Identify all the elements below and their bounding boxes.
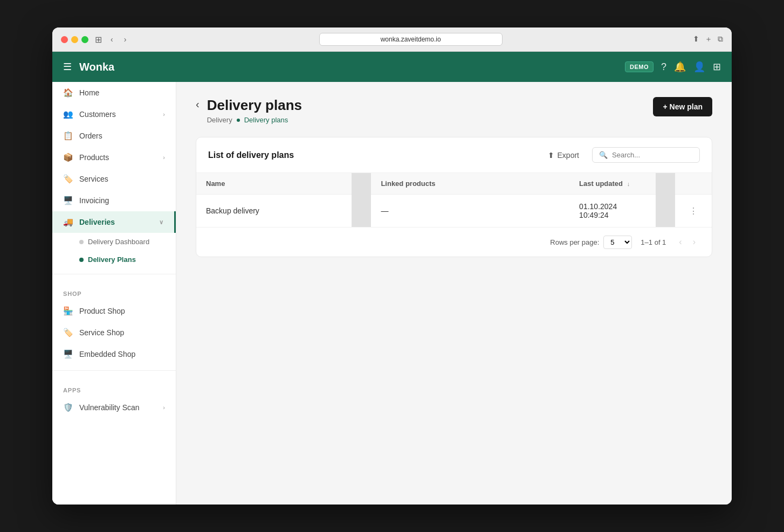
search-box: 🔍 — [592, 147, 700, 163]
sidebar-label-deliveries: Deliveries — [79, 218, 115, 226]
menu-icon[interactable]: ☰ — [63, 61, 72, 73]
cell-separator-1 — [352, 195, 371, 227]
sidebar-sub-label-delivery-dashboard: Delivery Dashboard — [88, 238, 149, 246]
col-header-updated[interactable]: Last updated ↓ — [569, 173, 656, 195]
browser-actions: ⬆ ＋ ⧉ — [693, 34, 723, 44]
cell-separator-2 — [656, 195, 675, 227]
chevron-right-icon: › — [163, 111, 165, 118]
sidebar-item-service-shop[interactable]: 🏷️ Service Shop — [52, 322, 176, 343]
back-browser-button[interactable]: ‹ — [108, 34, 115, 45]
chevron-right-icon: › — [163, 154, 165, 161]
minimize-button[interactable] — [71, 36, 78, 43]
url-input[interactable] — [319, 33, 503, 46]
nav-right: DEMO ? 🔔 👤 ⊞ — [625, 61, 721, 73]
sidebar-sub-item-delivery-dashboard[interactable]: Delivery Dashboard — [52, 233, 176, 251]
traffic-lights — [61, 36, 88, 43]
cell-actions: ⋮ — [675, 195, 712, 227]
breadcrumb: Delivery Delivery plans — [207, 116, 302, 124]
search-input[interactable] — [612, 151, 693, 159]
breadcrumb-current: Delivery plans — [244, 116, 288, 124]
share-icon[interactable]: ⬆ — [693, 34, 699, 44]
products-icon: 📦 — [63, 153, 73, 162]
table-body: Backup delivery — 01.10.2024 10:49:24 ⋮ — [196, 195, 712, 227]
sidebar-label-orders: Orders — [79, 132, 102, 140]
sidebar-item-vulnerability-scan[interactable]: 🛡️ Vulnerability Scan › — [52, 397, 176, 418]
table-header-row: Name Linked products Last updated ↓ — [196, 173, 712, 195]
col-separator-1 — [352, 173, 371, 195]
sidebar-item-customers[interactable]: 👥 Customers › — [52, 103, 176, 125]
sidebar-sub-item-delivery-plans[interactable]: Delivery Plans — [52, 251, 176, 268]
export-label: Export — [558, 151, 579, 160]
sidebar-item-embedded-shop[interactable]: 🖥️ Embedded Shop — [52, 343, 176, 365]
top-nav: ☰ Wonka DEMO ? 🔔 👤 ⊞ — [52, 52, 732, 82]
cell-linked-products: — — [371, 195, 569, 227]
page-title: Delivery plans — [207, 97, 302, 114]
sidebar-item-deliveries[interactable]: 🚚 Deliveries ∨ — [52, 211, 176, 233]
layout-icon[interactable]: ⊞ — [713, 61, 721, 73]
prev-page-button[interactable]: ‹ — [675, 235, 686, 249]
sidebar-item-services[interactable]: 🏷️ Services — [52, 168, 176, 190]
rows-per-page-select[interactable]: 5 10 25 — [603, 236, 632, 249]
cell-name: Backup delivery — [196, 195, 352, 227]
sidebar-item-products[interactable]: 📦 Products › — [52, 147, 176, 168]
orders-icon: 📋 — [63, 131, 73, 141]
col-header-linked: Linked products — [371, 173, 569, 195]
main-area: 🏠 Home 👥 Customers › 📋 Orders 📦 Products… — [52, 82, 732, 505]
app-layout: ☰ Wonka DEMO ? 🔔 👤 ⊞ 🏠 Home 👥 — [52, 52, 732, 505]
brand-logo: Wonka — [79, 61, 625, 73]
pagination-buttons: ‹ › — [675, 235, 700, 249]
data-table: Name Linked products Last updated ↓ — [196, 173, 712, 227]
sidebar-item-invoicing[interactable]: 🖥️ Invoicing — [52, 190, 176, 211]
sidebar-item-product-shop[interactable]: 🏪 Product Shop — [52, 300, 176, 322]
sidebar-label-vulnerability-scan: Vulnerability Scan — [79, 403, 140, 412]
sub-dot-active-icon — [79, 258, 84, 262]
back-button[interactable]: ‹ — [196, 98, 200, 110]
invoicing-icon: 🖥️ — [63, 196, 73, 205]
forward-browser-button[interactable]: › — [122, 34, 129, 45]
table-actions: ⬆ Export 🔍 — [542, 147, 700, 163]
browser-chrome: ⊞ ‹ › ⬆ ＋ ⧉ — [52, 27, 732, 52]
sidebar-label-home: Home — [79, 88, 99, 97]
sidebar-label-services: Services — [79, 175, 108, 183]
new-plan-button[interactable]: + New plan — [653, 97, 712, 116]
help-icon[interactable]: ? — [661, 61, 666, 73]
breadcrumb-parent-link[interactable]: Delivery — [207, 116, 232, 124]
demo-badge: DEMO — [625, 61, 654, 72]
sidebar-sub-label-delivery-plans: Delivery Plans — [88, 255, 136, 264]
row-menu-button[interactable]: ⋮ — [685, 204, 702, 218]
sidebar-divider — [52, 274, 176, 274]
sidebar-divider-2 — [52, 370, 176, 371]
close-button[interactable] — [61, 36, 68, 43]
table-card: List of delivery plans ⬆ Export 🔍 — [196, 137, 712, 257]
col-updated-label: Last updated — [579, 179, 623, 188]
sidebar-toggle-icon[interactable]: ⊞ — [95, 34, 102, 45]
export-icon: ⬆ — [548, 151, 554, 160]
shop-section-label: SHOP — [52, 280, 176, 300]
duplicate-icon[interactable]: ⧉ — [718, 34, 723, 44]
product-shop-icon: 🏪 — [63, 306, 73, 316]
chevron-down-icon: ∨ — [159, 219, 163, 226]
table-footer: Rows per page: 5 10 25 1–1 of 1 ‹ › — [196, 227, 712, 257]
maximize-button[interactable] — [81, 36, 88, 43]
bell-icon[interactable]: 🔔 — [674, 61, 686, 73]
sidebar-item-home[interactable]: 🏠 Home — [52, 82, 176, 103]
cell-last-updated: 01.10.2024 10:49:24 — [569, 195, 656, 227]
next-page-button[interactable]: › — [689, 235, 700, 249]
table-row: Backup delivery — 01.10.2024 10:49:24 ⋮ — [196, 195, 712, 227]
sidebar-label-customers: Customers — [79, 110, 116, 119]
sidebar: 🏠 Home 👥 Customers › 📋 Orders 📦 Products… — [52, 82, 176, 505]
search-icon: 🔍 — [599, 151, 608, 159]
vulnerability-scan-icon: 🛡️ — [63, 403, 73, 412]
sidebar-label-products: Products — [79, 153, 109, 162]
new-tab-icon[interactable]: ＋ — [705, 34, 712, 44]
browser-window: ⊞ ‹ › ⬆ ＋ ⧉ ☰ Wonka DEMO ? 🔔 👤 ⊞ — [52, 27, 732, 505]
service-shop-icon: 🏷️ — [63, 328, 73, 337]
rows-per-page: Rows per page: 5 10 25 — [550, 236, 632, 249]
sidebar-label-invoicing: Invoicing — [79, 196, 109, 205]
services-icon: 🏷️ — [63, 174, 73, 184]
sidebar-item-orders[interactable]: 📋 Orders — [52, 125, 176, 147]
sub-dot-icon — [79, 240, 84, 244]
export-button[interactable]: ⬆ Export — [542, 148, 584, 163]
user-icon[interactable]: 👤 — [693, 61, 705, 73]
deliveries-icon: 🚚 — [63, 217, 73, 227]
